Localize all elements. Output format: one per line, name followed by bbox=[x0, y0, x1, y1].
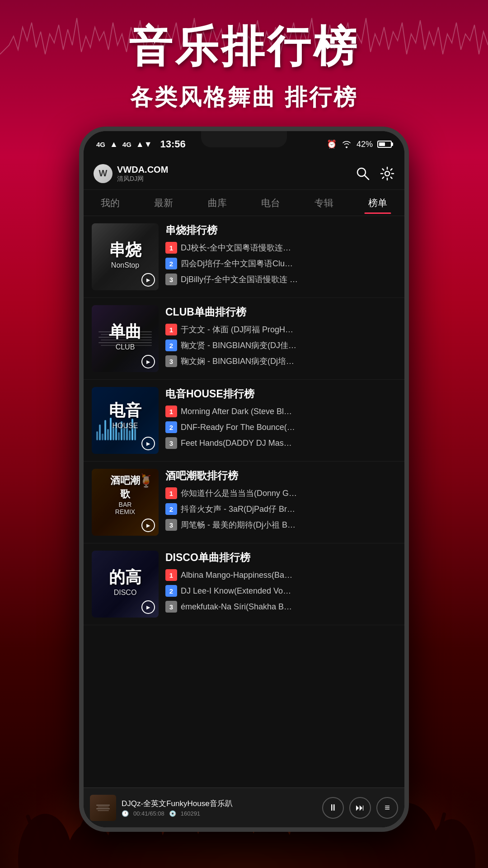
pause-button[interactable]: ⏸ bbox=[322, 797, 344, 819]
bottom-player[interactable]: DJQz-全英文FunkyHouse音乐趴 🕐 00:41/65:08 💿 16… bbox=[84, 788, 404, 827]
chart-section-2[interactable]: 单曲 CLUB ▶ CLUB单曲排行榜 1 于文文 - 体面 (DJ阿福 Pro… bbox=[84, 298, 404, 380]
tab-library[interactable]: 曲库 bbox=[191, 192, 244, 214]
chart-info-3: 电音HOUSE排行榜 1 Morning After Dark (Steve B… bbox=[165, 387, 396, 449]
track-item-5-2[interactable]: 2 DJ Lee-I Know(Extended Vo… bbox=[165, 585, 396, 597]
track-item-2-3[interactable]: 3 鞠文娴 - BINGBIAN病变(Dj培… bbox=[165, 355, 396, 367]
play-btn-3[interactable]: ▶ bbox=[141, 437, 155, 450]
rank-badge-1-1: 1 bbox=[165, 242, 177, 254]
player-controls: ⏸ ⏭ ≡ bbox=[322, 797, 398, 819]
phone-screen: 4G ▲ 4G ▲▼ 13:56 ⏰ 42% W VWDA.CO bbox=[84, 131, 404, 827]
thumb1-main: 串烧 bbox=[109, 239, 141, 261]
player-time: 00:41/65:08 bbox=[133, 810, 164, 817]
rank-badge-5-1: 1 bbox=[165, 569, 177, 581]
phone-frame: 4G ▲ 4G ▲▼ 13:56 ⏰ 42% W VWDA.CO bbox=[79, 127, 409, 832]
track-name-1-2: 四会Dj培仔-全中文国粤语Clu… bbox=[181, 258, 396, 269]
player-track-id: 160291 bbox=[181, 810, 200, 817]
page-subtitle: 各类风格舞曲 排行榜 bbox=[0, 82, 488, 113]
rank-badge-5-2: 2 bbox=[165, 585, 177, 597]
tab-my[interactable]: 我的 bbox=[84, 192, 137, 214]
player-meta: 🕐 00:41/65:08 💿 160291 bbox=[122, 810, 317, 817]
rank-badge-2-2: 2 bbox=[165, 340, 177, 351]
thumb3-main: 电音 bbox=[109, 400, 141, 422]
track-item-5-3[interactable]: 3 émekfutak-Na Síri(Shakha B… bbox=[165, 601, 396, 613]
track-name-1-3: DjBilly仔-全中文全国语慢歌连 … bbox=[181, 274, 396, 285]
track-item-1-2[interactable]: 2 四会Dj培仔-全中文国粤语Clu… bbox=[165, 258, 396, 269]
battery-text: 42% bbox=[357, 140, 373, 149]
rank-badge-4-3: 3 bbox=[165, 519, 177, 531]
play-btn-4[interactable]: ▶ bbox=[141, 519, 155, 532]
notch bbox=[201, 131, 287, 147]
track-item-4-3[interactable]: 3 周笔畅 - 最美的期待(Dj小祖 B… bbox=[165, 519, 396, 531]
track-name-4-2: 抖音火女声 - 3aR(DjPad仔 Br… bbox=[181, 504, 396, 514]
rank-badge-3-1: 1 bbox=[165, 406, 177, 417]
chart-info-1: 串烧排行榜 1 DJ校长-全中文国粤语慢歌连… 2 四会Dj培仔-全中文国粤语C… bbox=[165, 223, 396, 285]
chart-section-1[interactable]: 串烧 NonStop ▶ 串烧排行榜 1 DJ校长-全中文国粤语慢歌连… 2 四… bbox=[84, 216, 404, 298]
status-right: ⏰ 42% bbox=[327, 139, 392, 149]
logo-info: VWDA.COM 清风DJ网 bbox=[117, 164, 168, 183]
tab-album[interactable]: 专辑 bbox=[297, 192, 351, 214]
svg-point-23 bbox=[385, 171, 389, 176]
app-logo[interactable]: W VWDA.COM 清风DJ网 bbox=[94, 164, 168, 183]
chart-section-3[interactable]: 电音 HOUSE ▶ 电音HOUSE排行榜 1 Morning After Da… bbox=[84, 380, 404, 462]
track-item-3-2[interactable]: 2 DNF-Ready For The Bounce(… bbox=[165, 421, 396, 433]
thumb4-sub: BAR REMIX bbox=[108, 501, 142, 515]
track-item-3-3[interactable]: 3 Feet Hands(DADDY DJ Mas… bbox=[165, 437, 396, 449]
track-name-2-1: 于文文 - 体面 (DJ阿福 ProgH… bbox=[181, 324, 396, 335]
play-btn-5[interactable]: ▶ bbox=[141, 600, 155, 614]
track-name-5-3: émekfutak-Na Síri(Shakha B… bbox=[181, 602, 396, 612]
content-area[interactable]: 串烧 NonStop ▶ 串烧排行榜 1 DJ校长-全中文国粤语慢歌连… 2 四… bbox=[84, 216, 404, 788]
track-item-2-1[interactable]: 1 于文文 - 体面 (DJ阿福 ProgH… bbox=[165, 324, 396, 335]
track-name-3-1: Morning After Dark (Steve Bl… bbox=[181, 407, 396, 416]
battery-icon bbox=[377, 141, 392, 148]
signal-bars-1: ▲ bbox=[110, 140, 118, 149]
track-name-2-3: 鞠文娴 - BINGBIAN病变(Dj培… bbox=[181, 356, 396, 367]
chart-thumb-3: 电音 HOUSE ▶ bbox=[92, 387, 159, 454]
chart-thumb-2: 单曲 CLUB ▶ bbox=[92, 305, 159, 372]
rank-badge-2-1: 1 bbox=[165, 324, 177, 335]
header-icons bbox=[356, 166, 394, 181]
track-item-4-2[interactable]: 2 抖音火女声 - 3aR(DjPad仔 Br… bbox=[165, 503, 396, 515]
page-header: 音乐排行榜 各类风格舞曲 排行榜 bbox=[0, 18, 488, 113]
chart-section-4[interactable]: 🍹 酒吧潮歌 BAR REMIX ▶ 酒吧潮歌排行榜 1 你知道什么是当当当(D… bbox=[84, 462, 404, 543]
track-item-3-1[interactable]: 1 Morning After Dark (Steve Bl… bbox=[165, 406, 396, 417]
track-item-4-1[interactable]: 1 你知道什么是当当当(Donny G… bbox=[165, 487, 396, 499]
page-title: 音乐排行榜 bbox=[0, 18, 488, 77]
thumb3-sub: HOUSE bbox=[109, 422, 141, 430]
rank-badge-3-2: 2 bbox=[165, 421, 177, 433]
track-item-2-2[interactable]: 2 鞠文贤 - BINGBIAN病变(DJ佳… bbox=[165, 340, 396, 351]
track-item-1-3[interactable]: 3 DjBilly仔-全中文全国语慢歌连 … bbox=[165, 274, 396, 285]
tab-radio[interactable]: 电台 bbox=[244, 192, 297, 214]
chart-title-2: CLUB单曲排行榜 bbox=[165, 305, 396, 319]
signal-4g-1: 4G bbox=[96, 141, 105, 148]
signal-4g-2: 4G bbox=[122, 141, 131, 148]
play-btn-1[interactable]: ▶ bbox=[141, 273, 155, 287]
player-title: DJQz-全英文FunkyHouse音乐趴 bbox=[122, 798, 317, 809]
signal-bars-2: ▲▼ bbox=[136, 140, 152, 149]
player-track-icon: 💿 bbox=[169, 810, 176, 817]
tab-latest[interactable]: 最新 bbox=[137, 192, 190, 214]
rank-badge-1-2: 2 bbox=[165, 258, 177, 269]
track-name-3-2: DNF-Ready For The Bounce(… bbox=[181, 423, 396, 432]
svg-line-22 bbox=[365, 175, 369, 179]
tab-charts[interactable]: 榜单 bbox=[351, 192, 404, 214]
settings-icon[interactable] bbox=[380, 166, 394, 181]
chart-title-3: 电音HOUSE排行榜 bbox=[165, 387, 396, 401]
track-item-5-1[interactable]: 1 Albina Mango-Happiness(Ba… bbox=[165, 569, 396, 581]
track-item-1-1[interactable]: 1 DJ校长-全中文国粤语慢歌连… bbox=[165, 242, 396, 254]
chart-title-4: 酒吧潮歌排行榜 bbox=[165, 469, 396, 483]
wifi-icon bbox=[341, 140, 352, 148]
search-icon[interactable] bbox=[356, 166, 370, 181]
thumb2-sub: CLUB bbox=[109, 343, 141, 351]
next-button[interactable]: ⏭ bbox=[349, 797, 371, 819]
chart-info-2: CLUB单曲排行榜 1 于文文 - 体面 (DJ阿福 ProgH… 2 鞠文贤 … bbox=[165, 305, 396, 367]
play-btn-2[interactable]: ▶ bbox=[141, 355, 155, 368]
chart-info-4: 酒吧潮歌排行榜 1 你知道什么是当当当(Donny G… 2 抖音火女声 - 3… bbox=[165, 469, 396, 531]
app-header: W VWDA.COM 清风DJ网 bbox=[84, 157, 404, 190]
chart-thumb-4: 🍹 酒吧潮歌 BAR REMIX ▶ bbox=[92, 469, 159, 536]
chart-section-5[interactable]: 的高 DISCO ▶ DISCO单曲排行榜 1 Albina Mango-Hap… bbox=[84, 543, 404, 625]
logo-sub: 清风DJ网 bbox=[117, 175, 168, 183]
track-name-5-1: Albina Mango-Happiness(Ba… bbox=[181, 571, 396, 580]
player-time-icon: 🕐 bbox=[122, 810, 129, 817]
playlist-button[interactable]: ≡ bbox=[376, 797, 398, 819]
chart-thumb-5: 的高 DISCO ▶ bbox=[92, 551, 159, 618]
